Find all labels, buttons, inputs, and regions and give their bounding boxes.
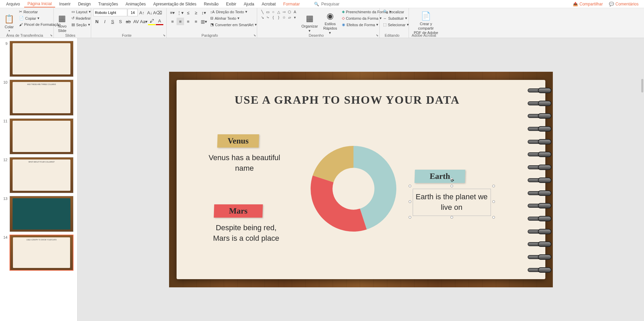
shape-oval[interactable]: ○ xyxy=(271,10,276,14)
smartart-button[interactable]: ⬔Converter em SmartArt ▾ xyxy=(209,22,258,28)
resize-handle-tc[interactable] xyxy=(450,185,453,187)
bullets-button[interactable]: ≡▾ xyxy=(169,9,176,16)
mars-tape-label[interactable]: Mars xyxy=(214,204,263,218)
shape-brace2[interactable]: } xyxy=(276,15,281,20)
shape-hex[interactable]: ⬡ xyxy=(287,10,292,14)
resize-handle-ml[interactable] xyxy=(409,200,411,203)
search-input[interactable] xyxy=(321,2,355,6)
earth-description[interactable]: Earth is the planet we live on xyxy=(413,189,491,216)
slide-title[interactable]: USE A GRAPH TO SHOW YOUR DATA xyxy=(177,94,518,106)
resize-handle-tr[interactable] xyxy=(492,185,495,187)
italic-button[interactable]: I xyxy=(101,18,109,25)
slide-canvas[interactable]: USE A GRAPH TO SHOW YOUR DATA Venus Venu… xyxy=(78,38,644,321)
menu-arquivo[interactable]: Arquivo xyxy=(3,1,23,7)
align-right-button[interactable]: ≡ xyxy=(184,18,192,25)
resize-handle-tl[interactable] xyxy=(409,185,411,187)
thumbnail-12[interactable]: 12 WHAT ABOUT FOUR COLUMNS? xyxy=(0,156,77,195)
clipboard-expand[interactable]: ⬊ xyxy=(50,34,53,37)
thumbnail-10[interactable]: 10 AND THESE ARE THREE COLUMNS xyxy=(0,78,77,117)
menu-exibir[interactable]: Exibir xyxy=(223,1,240,7)
shadow-button[interactable]: S xyxy=(117,18,124,25)
menu-animacoes[interactable]: Animações xyxy=(122,1,149,7)
resize-handle-mr[interactable] xyxy=(492,200,495,203)
thumb-preview xyxy=(10,118,73,154)
font-expand[interactable]: ⬊ xyxy=(163,34,166,37)
line-spacing-button[interactable]: ↕▾ xyxy=(200,9,208,16)
columns-button[interactable]: ▥▾ xyxy=(200,18,208,25)
search-box[interactable]: 🔍 xyxy=(314,2,355,6)
drawing-expand[interactable]: ⬊ xyxy=(376,34,379,37)
strike-button[interactable]: ab xyxy=(125,18,132,25)
slide[interactable]: USE A GRAPH TO SHOW YOUR DATA Venus Venu… xyxy=(169,72,553,287)
find-button[interactable]: 🔍Localizar xyxy=(382,9,410,15)
font-color-button[interactable]: A xyxy=(156,18,163,25)
clear-format-button[interactable]: A⌫ xyxy=(154,9,161,16)
resize-handle-bl[interactable] xyxy=(409,216,411,219)
layout-button[interactable]: ▭Layout ▾ xyxy=(70,9,92,15)
menu-transicoes[interactable]: Transições xyxy=(95,1,121,7)
spacing-button[interactable]: AV xyxy=(132,18,140,25)
select-label: Selecionar xyxy=(388,23,406,27)
select-button[interactable]: ⬚Selecionar ▾ xyxy=(382,22,410,28)
menu-ajuda[interactable]: Ajuda xyxy=(241,1,258,7)
font-name-select[interactable] xyxy=(93,9,127,16)
reset-button[interactable]: ↺Redefinir xyxy=(70,15,92,21)
section-button[interactable]: ▤Seção ▾ xyxy=(70,22,92,28)
venus-tape-label[interactable]: Venus xyxy=(217,134,259,148)
comments-button[interactable]: 💬 Comentários xyxy=(606,1,641,7)
donut-chart[interactable] xyxy=(306,141,401,236)
thumbnail-14[interactable]: 14 USE A GRAPH TO SHOW YOUR DATA xyxy=(0,233,77,272)
shape-star[interactable]: ☆ xyxy=(282,15,286,20)
underline-button[interactable]: S xyxy=(109,18,116,25)
bold-button[interactable]: N xyxy=(93,18,101,25)
resize-handle-bc[interactable] xyxy=(450,216,453,219)
shape-arrow[interactable]: ⇨ xyxy=(282,10,286,14)
highlight-button[interactable]: 🖍 xyxy=(148,18,155,25)
paragraph-expand[interactable]: ⬊ xyxy=(253,34,256,37)
justify-button[interactable]: ≡ xyxy=(192,18,200,25)
donut-slice-venus[interactable] xyxy=(313,146,353,182)
replace-button[interactable]: ↔Substituir ▾ xyxy=(382,15,410,21)
increase-indent-button[interactable]: ≥ xyxy=(192,9,200,16)
shape-brace1[interactable]: { xyxy=(271,15,276,20)
ribbon-group-font: A↑ A↓ A⌫ N I S S ab AV Aa▾ 🖍 A Fonte ⬊ xyxy=(91,8,167,38)
menu-design[interactable]: Design xyxy=(75,1,94,7)
shape-text[interactable]: A xyxy=(293,10,297,14)
shape-tri[interactable]: △ xyxy=(276,10,281,14)
increase-font-button[interactable]: A↑ xyxy=(138,9,146,16)
align-text-button[interactable]: ⊟Alinhar Texto ▾ xyxy=(209,15,258,21)
thumbnail-11[interactable]: 11 xyxy=(0,117,77,156)
menu-acrobat[interactable]: Acrobat xyxy=(258,1,279,7)
scrollbar-thumb[interactable] xyxy=(641,79,643,92)
menu-apresentacao[interactable]: Apresentação de Slides xyxy=(150,1,200,7)
share-button[interactable]: 📤 Compartilhar xyxy=(570,1,606,7)
donut-slice-mars[interactable] xyxy=(311,175,367,232)
venus-description[interactable]: Venus has a beautiful name xyxy=(207,153,282,174)
shape-conn2[interactable]: ⤷ xyxy=(265,15,270,20)
decrease-font-button[interactable]: A↓ xyxy=(146,9,153,16)
editing-group-label: Editando xyxy=(380,33,404,37)
resize-handle-br[interactable] xyxy=(492,216,495,219)
thumbnail-9[interactable]: 9 xyxy=(0,39,77,78)
menu-pagina-inicial[interactable]: Página Inicial xyxy=(24,1,55,7)
slide-thumbnails-panel[interactable]: 9 10 AND THESE ARE THREE COLUMNS 11 12 W… xyxy=(0,38,78,321)
mars-description[interactable]: Despite being red, Mars is a cold place xyxy=(207,223,285,244)
thumbnail-13[interactable]: 13 xyxy=(0,195,77,233)
earth-tape-label[interactable]: Earth xyxy=(414,170,465,183)
decrease-indent-button[interactable]: ≤ xyxy=(184,9,192,16)
shape-rect[interactable]: ▭ xyxy=(265,10,270,14)
shape-callout[interactable]: ▱ xyxy=(287,15,292,20)
shape-conn1[interactable]: ↘ xyxy=(260,15,265,20)
menu-inserir[interactable]: Inserir xyxy=(56,1,74,7)
shape-more[interactable]: ▾ xyxy=(293,15,297,20)
text-direction-button[interactable]: ↕ADireção do Texto ▾ xyxy=(209,9,258,15)
align-center-button[interactable]: ≡ xyxy=(177,18,184,25)
menu-revisao[interactable]: Revisão xyxy=(200,1,222,7)
change-case-button[interactable]: Aa▾ xyxy=(140,18,148,25)
numbering-button[interactable]: ⋮▾ xyxy=(177,9,184,16)
shape-line[interactable]: ╲ xyxy=(260,10,265,14)
font-size-select[interactable] xyxy=(128,9,138,16)
align-left-button[interactable]: ≡ xyxy=(169,18,176,25)
menu-formatar[interactable]: Formatar xyxy=(280,1,303,7)
clipboard-group-label: Área de Transferência xyxy=(0,33,49,37)
